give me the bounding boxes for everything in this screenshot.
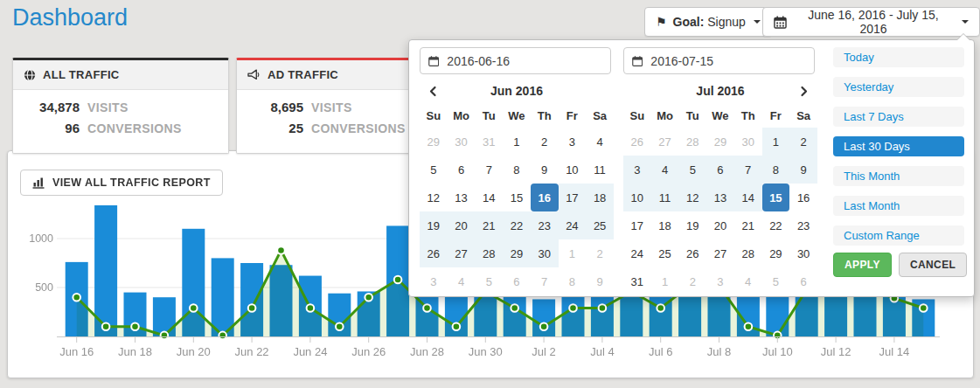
end-date-input[interactable] bbox=[623, 47, 815, 74]
cancel-button[interactable]: CANCEL bbox=[899, 253, 967, 277]
calendar-day[interactable]: 1 bbox=[559, 239, 587, 267]
calendar-day[interactable]: 2 bbox=[678, 267, 706, 295]
calendar-day[interactable]: 28 bbox=[678, 128, 706, 156]
calendar-day[interactable]: 5 bbox=[678, 156, 706, 184]
chevron-right-icon[interactable] bbox=[791, 86, 817, 97]
calendar-day[interactable]: 29 bbox=[706, 128, 734, 156]
calendar-day-selected[interactable]: 15 bbox=[762, 184, 790, 211]
range-option-custom-range[interactable]: Custom Range bbox=[833, 225, 964, 246]
calendar-day[interactable]: 4 bbox=[651, 156, 679, 184]
calendar-day[interactable]: 30 bbox=[734, 128, 762, 156]
range-option-last-30-days[interactable]: Last 30 Days bbox=[833, 136, 964, 156]
calendar-day[interactable]: 18 bbox=[586, 184, 614, 211]
calendar-day[interactable]: 9 bbox=[531, 156, 559, 184]
end-date-value[interactable] bbox=[649, 53, 806, 69]
date-range-button[interactable]: June 16, 2016 - July 15, 2016 bbox=[762, 7, 980, 37]
calendar-day[interactable]: 26 bbox=[420, 239, 448, 267]
calendar-day[interactable]: 26 bbox=[623, 128, 651, 156]
calendar-day[interactable]: 31 bbox=[475, 128, 503, 156]
calendar-day[interactable]: 27 bbox=[706, 239, 734, 267]
calendar-day[interactable]: 15 bbox=[503, 184, 531, 211]
calendar-day[interactable]: 4 bbox=[448, 267, 476, 295]
goal-selector-button[interactable]: ⚑ Goal: Signup bbox=[644, 7, 772, 37]
calendar-day[interactable]: 29 bbox=[762, 239, 790, 267]
calendar-day[interactable]: 9 bbox=[789, 156, 817, 184]
calendar-day[interactable]: 4 bbox=[586, 128, 614, 156]
calendar-day[interactable]: 4 bbox=[734, 267, 762, 295]
calendar-day[interactable]: 11 bbox=[651, 184, 679, 211]
calendar-day[interactable]: 7 bbox=[475, 156, 503, 184]
calendar-day[interactable]: 1 bbox=[503, 128, 531, 156]
calendar-day[interactable]: 13 bbox=[448, 184, 476, 211]
calendar-day[interactable]: 13 bbox=[706, 184, 734, 211]
calendar-day[interactable]: 3 bbox=[706, 267, 734, 295]
start-date-input[interactable] bbox=[420, 47, 611, 74]
calendar-day[interactable]: 12 bbox=[678, 184, 706, 211]
calendar-day[interactable]: 3 bbox=[559, 128, 587, 156]
calendar-day[interactable]: 29 bbox=[420, 128, 448, 156]
calendar-day[interactable]: 1 bbox=[651, 267, 679, 295]
calendar-day[interactable]: 17 bbox=[623, 211, 651, 239]
calendar-day[interactable]: 24 bbox=[623, 239, 651, 267]
calendar-day[interactable]: 10 bbox=[623, 184, 651, 211]
calendar-day[interactable]: 5 bbox=[762, 267, 790, 295]
calendar-day[interactable]: 5 bbox=[420, 156, 448, 184]
chevron-left-icon[interactable] bbox=[420, 86, 446, 97]
range-option-today[interactable]: Today bbox=[833, 47, 964, 67]
calendar-day[interactable]: 7 bbox=[734, 156, 762, 184]
calendar-day[interactable]: 22 bbox=[762, 211, 790, 239]
calendar-day[interactable]: 21 bbox=[475, 211, 503, 239]
calendar-day[interactable]: 19 bbox=[420, 211, 448, 239]
calendar-day[interactable]: 12 bbox=[420, 184, 448, 211]
calendar-day[interactable]: 7 bbox=[531, 267, 559, 295]
calendar-day[interactable]: 28 bbox=[475, 239, 503, 267]
calendar-day[interactable]: 23 bbox=[789, 211, 817, 239]
calendar-day[interactable]: 6 bbox=[789, 267, 817, 295]
calendar-day[interactable]: 2 bbox=[789, 128, 817, 156]
range-option-last-month[interactable]: Last Month bbox=[833, 196, 964, 216]
calendar-day[interactable]: 30 bbox=[531, 239, 559, 267]
calendar-day[interactable]: 2 bbox=[586, 239, 614, 267]
calendar-day[interactable]: 9 bbox=[586, 267, 614, 295]
calendar-day[interactable]: 26 bbox=[678, 239, 706, 267]
calendar-day[interactable]: 14 bbox=[734, 184, 762, 211]
calendar-day[interactable]: 5 bbox=[475, 267, 503, 295]
calendar-day[interactable]: 1 bbox=[762, 128, 790, 156]
calendar-day[interactable]: 30 bbox=[789, 239, 817, 267]
view-all-traffic-report-button[interactable]: VIEW ALL TRAFFIC REPORT bbox=[20, 170, 223, 196]
calendar-day[interactable]: 6 bbox=[503, 267, 531, 295]
calendar-day[interactable]: 3 bbox=[623, 156, 651, 184]
calendar-day[interactable]: 11 bbox=[586, 156, 614, 184]
calendar-day[interactable]: 23 bbox=[531, 211, 559, 239]
apply-button[interactable]: APPLY bbox=[833, 253, 892, 277]
calendar-day[interactable]: 8 bbox=[559, 267, 587, 295]
calendar-day[interactable]: 20 bbox=[448, 211, 476, 239]
calendar-day[interactable]: 6 bbox=[706, 156, 734, 184]
calendar-day[interactable]: 28 bbox=[734, 239, 762, 267]
calendar-day[interactable]: 8 bbox=[762, 156, 790, 184]
calendar-day[interactable]: 17 bbox=[559, 184, 587, 211]
range-option-last-7-days[interactable]: Last 7 Days bbox=[833, 107, 964, 127]
calendar-day[interactable]: 10 bbox=[559, 156, 587, 184]
calendar-day[interactable]: 19 bbox=[678, 211, 706, 239]
calendar-day[interactable]: 18 bbox=[651, 211, 679, 239]
calendar-day[interactable]: 25 bbox=[651, 239, 679, 267]
calendar-day[interactable]: 31 bbox=[623, 267, 651, 295]
calendar-day[interactable]: 14 bbox=[475, 184, 503, 211]
calendar-day[interactable]: 24 bbox=[559, 211, 587, 239]
calendar-day[interactable]: 30 bbox=[448, 128, 476, 156]
calendar-day[interactable]: 3 bbox=[420, 267, 448, 295]
start-date-value[interactable] bbox=[445, 53, 602, 69]
calendar-day[interactable]: 2 bbox=[531, 128, 559, 156]
calendar-day[interactable]: 29 bbox=[503, 239, 531, 267]
calendar-day[interactable]: 27 bbox=[651, 128, 679, 156]
calendar-day[interactable]: 8 bbox=[503, 156, 531, 184]
calendar-day[interactable]: 16 bbox=[789, 184, 817, 211]
calendar-day[interactable]: 22 bbox=[503, 211, 531, 239]
calendar-day[interactable]: 20 bbox=[706, 211, 734, 239]
calendar-day[interactable]: 21 bbox=[734, 211, 762, 239]
calendar-day[interactable]: 25 bbox=[586, 211, 614, 239]
range-option-yesterday[interactable]: Yesterday bbox=[833, 77, 964, 97]
calendar-day-selected[interactable]: 16 bbox=[531, 184, 559, 211]
calendar-day[interactable]: 27 bbox=[448, 239, 476, 267]
